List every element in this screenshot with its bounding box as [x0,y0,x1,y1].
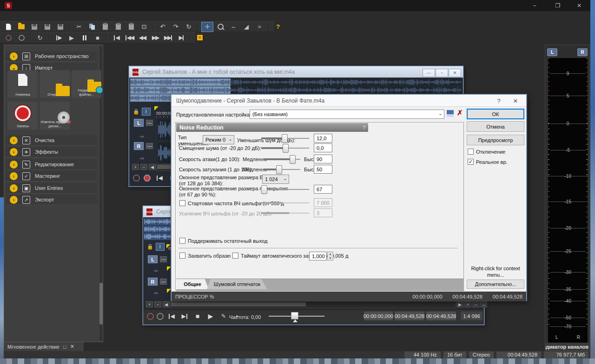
play-icon[interactable]: ▶ [205,312,216,321]
more-button[interactable]: Дополнительно... [467,280,524,289]
channel-right-collapse-button[interactable]: — [146,143,153,149]
channel-right-collapse-button[interactable]: — [160,279,167,285]
zoom-in-button[interactable]: + [464,301,471,307]
expand-arrow-icon[interactable]: › [10,161,18,169]
save-as-icon[interactable] [42,22,53,32]
edit-tool-icon[interactable]: ✛ [202,22,213,32]
paste-mix-icon[interactable] [126,22,137,32]
overlap-value-field[interactable]: 67 [314,185,332,194]
expand-arrow-icon[interactable]: › [10,196,18,204]
bias-value-field[interactable]: 0,0 [314,143,332,152]
trim-icon[interactable]: ⊡ [139,22,150,32]
cut-icon[interactable]: ✂ [73,22,85,32]
help-pointer-icon[interactable]: ? [272,22,284,32]
realtime-checkbox[interactable]: ✓ [468,159,474,165]
zoom-out-button[interactable]: − [154,301,161,307]
tab-general[interactable]: Общие [176,279,209,289]
attack-slider[interactable] [264,155,300,163]
stop-icon[interactable]: ■ [92,33,103,42]
timeout-spinner[interactable]: ▲▼ [327,252,333,260]
new-file-icon[interactable] [3,22,14,32]
plugin-help-icon[interactable]: ? [363,125,365,130]
channel-left-button[interactable]: L [134,119,144,127]
go-to-end-icon[interactable]: ▶ [176,33,187,42]
fade-tool-icon[interactable]: ◢ [241,22,252,32]
expand-arrow-icon[interactable]: › [10,148,18,156]
capture-checkbox[interactable] [179,253,185,259]
loop-playback-icon[interactable]: ↻ [34,33,46,42]
rewind-fast-icon[interactable]: ◀◀ [124,33,135,42]
record-remote-icon[interactable] [3,33,14,42]
loop-marker[interactable] [167,289,171,293]
timeline-ruler[interactable]: 00:00:00 [156,111,172,116]
shelf-freq-checkbox[interactable] [179,200,185,206]
save-icon[interactable] [29,22,40,32]
app-titlebar[interactable]: S – ❐ ✕ [0,0,590,11]
copy-icon[interactable] [86,22,98,32]
scrub-tool-icon[interactable]: ✎ [218,312,229,321]
preset-combobox[interactable]: (Без названия) [250,110,444,119]
paste-special-icon[interactable] [112,22,124,32]
sidebar-section-cleanup[interactable]: ›✕Очистка [6,135,97,146]
scroll-left-button[interactable]: ◀ [163,301,170,307]
pause-icon[interactable] [79,33,90,42]
channel-right-button[interactable]: R [134,142,144,150]
stop-icon[interactable]: ■ [192,312,203,321]
meter-right-button[interactable]: R [577,48,588,56]
go-to-start-icon[interactable]: ◀ [166,312,177,321]
quick-action-tab[interactable]: Мгновенное действие □ ✕ [4,342,84,351]
window1-restore-button[interactable]: ▫ [436,69,448,77]
scrub-slider-thumb[interactable] [291,312,298,319]
go-to-start-icon[interactable]: ◀ [154,173,165,182]
overview-waveform[interactable] [231,86,462,94]
tab-noiseprint[interactable]: Шумовой отпечаток [207,279,267,289]
expand-arrow-icon[interactable]: › [10,52,18,60]
go-to-start-icon[interactable]: ◀ [111,33,122,42]
dialog-help-icon[interactable]: ? [493,97,505,105]
close-button[interactable]: ✕ [570,0,588,11]
magnify-tool-icon[interactable] [215,22,226,32]
window1-titlebar[interactable]: m4a Сергей Завьялов - А мне с тобой оста… [129,66,463,78]
lock-icon[interactable]: 🔒 [133,109,139,115]
marker-drop-icon[interactable]: ✕ [194,33,205,42]
sidebar-section-user-entries[interactable]: ›▣User Entries [6,183,97,194]
import-tile-record[interactable]: Запись [8,102,38,130]
save-all-icon[interactable] [55,22,66,32]
fft-combobox[interactable]: 1 024 [262,175,289,184]
record-icon[interactable] [16,33,27,42]
import-tile-new-doc[interactable]: Новинка [8,70,38,98]
zoom-in-button[interactable]: + [132,164,139,170]
fit-width-button[interactable]: ↔ [480,301,487,307]
ibeam-tool-icon[interactable]: I [142,108,150,115]
overview-waveform-selected[interactable] [130,86,231,94]
sidebar-section-effects[interactable]: ›✳Эффекты [6,147,97,157]
scroll-right-button[interactable]: ▶ [456,301,463,307]
zoom-out-button[interactable]: − [472,301,479,307]
ok-button[interactable]: ОК [467,109,524,119]
undo-icon[interactable]: ↶ [157,22,168,32]
type-combobox[interactable]: Режим 0 [203,135,234,144]
envelope-tool-icon[interactable]: ≈ [254,22,265,32]
cancel-button[interactable]: Отмена [467,121,524,132]
reduce-slider[interactable] [261,134,309,143]
overview-waveform[interactable] [231,78,462,86]
redo-icon[interactable]: ↷ [170,22,181,32]
reduce-value-field[interactable]: 12,0 [314,134,332,143]
sidebar-section-workspace[interactable]: ›⊞Рабочее пространство [6,51,97,62]
bias-slider[interactable] [261,143,309,152]
event-tool-icon[interactable]: ⇔ [228,22,239,32]
save-preset-icon[interactable] [447,110,454,117]
overview-waveform-selected[interactable] [130,78,231,86]
rewind-icon[interactable]: ◀◀ [137,33,148,42]
record-icon[interactable] [144,175,151,182]
channel-left-collapse-button[interactable]: — [160,256,167,262]
sidebar-section-export[interactable]: ›↗Экспорт [6,195,97,205]
record-icon[interactable] [157,313,164,320]
import-tile-extract-audio[interactable]: Извлечь аудио с диска... [40,102,70,130]
dialog-close-icon[interactable]: ✕ [509,97,522,105]
bypass-checkbox[interactable] [468,149,474,155]
ibeam-tool-icon[interactable]: I [156,243,164,250]
channel-left-button[interactable]: L [148,255,158,263]
scrollbar-thumb[interactable] [171,302,306,306]
meter-scale[interactable]: L R 950-5-10-15-20-25-30-35-40-50-70 [548,58,588,343]
